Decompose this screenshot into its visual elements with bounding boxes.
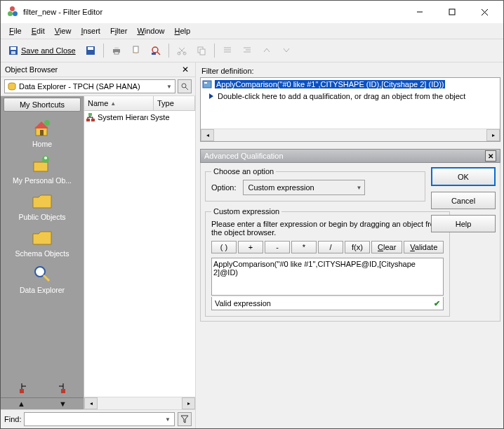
svg-rect-6 <box>11 51 15 54</box>
advanced-close-button[interactable]: ✕ <box>485 150 496 161</box>
sidebar-item-explorer[interactable]: Data Explorer <box>1 263 84 294</box>
divide-button[interactable]: / <box>318 241 343 253</box>
cancel-button[interactable]: Cancel <box>431 192 496 209</box>
svg-rect-33 <box>34 162 48 171</box>
plus-button[interactable]: + <box>238 241 263 253</box>
indent-icon <box>223 46 232 55</box>
svg-rect-10 <box>114 47 119 49</box>
browse-button[interactable] <box>178 79 192 93</box>
col-name[interactable]: Name▲ <box>84 96 154 110</box>
svg-rect-8 <box>88 47 93 50</box>
validation-status: Valid expression ✔ <box>211 297 444 310</box>
sidebar-item-personal[interactable]: My Personal Ob... <box>1 154 84 185</box>
definition-hscroll[interactable]: ◂ ▸ <box>201 128 500 141</box>
sidebar-item-home[interactable]: Home <box>1 117 84 148</box>
svg-rect-38 <box>20 389 24 393</box>
copy-button[interactable] <box>193 42 210 59</box>
advanced-qual-body: Choose an option Option: Custom expressi… <box>200 163 500 322</box>
custom-hint: Please enter a filter expression or begi… <box>211 220 444 237</box>
svg-rect-45 <box>86 119 90 121</box>
menu-edit[interactable]: Edit <box>27 25 49 37</box>
option-select[interactable]: Custom expression ▼ <box>243 180 365 195</box>
menu-help[interactable]: Help <box>171 25 195 37</box>
shortcuts-header[interactable]: My Shortcuts <box>4 98 81 112</box>
svg-rect-11 <box>114 52 119 54</box>
move-up-button[interactable] <box>258 42 275 59</box>
filter-definition-label: Filter definition: <box>200 65 500 77</box>
find-filter-button[interactable] <box>178 412 192 426</box>
filter-square-icon <box>202 80 212 88</box>
multiply-button[interactable]: * <box>291 241 317 253</box>
qualification-row-selected[interactable]: ApplyComparison("#0 like #1",CITYSHAPE (… <box>201 78 500 90</box>
filter-definition-box[interactable]: ApplyComparison("#0 like #1",CITYSHAPE (… <box>200 77 500 142</box>
expression-input[interactable] <box>211 258 444 296</box>
triangle-icon <box>209 93 213 99</box>
option-label: Option: <box>211 183 236 192</box>
shortcuts-down[interactable]: ▼ <box>42 398 84 409</box>
magnifier-icon <box>180 82 189 91</box>
magnifier-icon <box>151 46 161 55</box>
find-tool-button[interactable] <box>147 42 164 59</box>
clear-button[interactable]: Clear <box>371 241 402 253</box>
menu-view[interactable]: View <box>51 25 76 37</box>
hierarchy-icon <box>86 112 95 122</box>
move-down-button[interactable] <box>278 42 295 59</box>
svg-point-36 <box>35 267 45 277</box>
list-hscroll[interactable]: ◂▸ <box>84 397 195 409</box>
shortcuts-bar: My Shortcuts Home My Personal Ob... Publ… <box>1 96 84 397</box>
save-button[interactable] <box>82 42 99 59</box>
app-icon <box>8 6 19 18</box>
database-icon <box>8 82 16 91</box>
save-and-close-button[interactable]: Save and Close <box>5 43 79 58</box>
minimize-button[interactable] <box>404 1 436 22</box>
save-icon <box>8 46 18 55</box>
main-toolbar: Save and Close <box>1 39 503 62</box>
svg-rect-1 <box>449 9 455 15</box>
indent-right-button[interactable] <box>239 42 256 59</box>
print-button[interactable] <box>108 42 125 59</box>
properties-button[interactable] <box>128 42 145 59</box>
shortcuts-scroll: ▲ ▼ <box>1 397 84 409</box>
menu-filter[interactable]: Filter <box>106 25 131 37</box>
paren-button[interactable]: ( ) <box>211 241 237 253</box>
fx-button[interactable]: f(x) <box>345 241 370 253</box>
maximize-button[interactable] <box>436 1 468 22</box>
svg-rect-51 <box>203 81 211 88</box>
home-icon <box>30 117 54 138</box>
printer-icon <box>112 46 121 55</box>
indent-left-button[interactable] <box>219 42 236 59</box>
hand-doc-icon <box>131 46 141 55</box>
svg-point-13 <box>152 47 158 53</box>
sidebar-item-public[interactable]: Public Objects <box>1 190 84 221</box>
cut-button[interactable] <box>173 42 190 59</box>
chevron-up-icon <box>263 46 271 55</box>
titlebar: filter_new - Filter Editor <box>1 1 503 23</box>
disk-icon <box>86 46 95 55</box>
object-list: Name▲ Type System Hierarchy Syste ◂▸ <box>84 96 195 409</box>
svg-rect-19 <box>200 49 205 55</box>
svg-line-14 <box>157 52 160 55</box>
sidebar-item-schema[interactable]: Schema Objects <box>1 227 84 258</box>
menu-file[interactable]: File <box>5 25 26 37</box>
shortcuts-up[interactable]: ▲ <box>1 398 42 409</box>
main-body: Object Browser ✕ Data Explorer - TPCH (S… <box>1 62 503 428</box>
menu-window[interactable]: Window <box>133 25 168 37</box>
menu-insert[interactable]: Insert <box>77 25 105 37</box>
svg-rect-5 <box>11 47 16 50</box>
help-button[interactable]: Help <box>431 215 496 232</box>
minus-button[interactable]: - <box>265 241 290 253</box>
window-title: filter_new - Filter Editor <box>23 8 102 16</box>
find-input[interactable] <box>24 412 175 426</box>
filter-editor-panel: Filter definition: ApplyComparison("#0 l… <box>196 62 503 428</box>
list-item[interactable]: System Hierarchy Syste <box>84 111 195 123</box>
outdent-icon <box>242 46 252 55</box>
qualification-hint-row[interactable]: Double-click here to add a qualification… <box>201 90 500 102</box>
col-type[interactable]: Type <box>154 96 195 110</box>
custom-expression-group: Custom expression Please enter a filter … <box>205 207 450 317</box>
personal-icon <box>30 154 54 175</box>
app-window: filter_new - Filter Editor File Edit Vie… <box>0 0 504 429</box>
source-combo[interactable]: Data Explorer - TPCH (SAP HANA) ▼ <box>4 79 175 93</box>
close-button[interactable] <box>468 1 500 22</box>
panel-close-button[interactable]: ✕ <box>180 65 191 74</box>
ok-button[interactable]: OK <box>431 167 496 186</box>
